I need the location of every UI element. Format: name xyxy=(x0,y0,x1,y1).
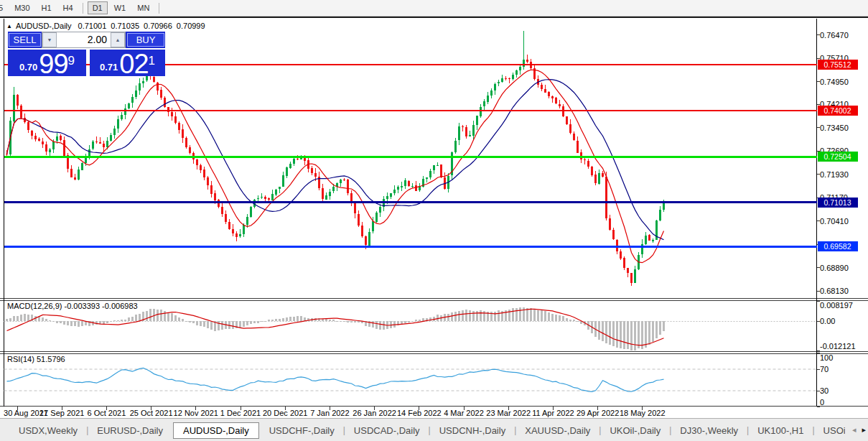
tab-scroll-left-icon[interactable]: ◂ xyxy=(852,424,857,435)
macd-axis-label: 0.00 xyxy=(820,317,835,325)
date-axis-label: 20 Dec 2021 xyxy=(263,409,307,417)
rsi-indicator-label: RSI(14) 51.5796 xyxy=(7,355,65,363)
price-axis-label: 0.70410 xyxy=(820,217,849,226)
buy-price-prefix: 0.71 xyxy=(100,62,118,73)
macd-name: MACD(12,26,9) xyxy=(7,302,62,310)
rsi-axis-label: 0 xyxy=(820,398,824,407)
buy-price-pipette: 1 xyxy=(149,55,155,67)
tab-ukoil-daily[interactable]: UKOil-,Daily xyxy=(601,422,669,439)
quote-low: 0.70966 xyxy=(144,22,172,30)
macd-indicator xyxy=(6,307,665,351)
tab-usdcad-daily[interactable]: USDCAD-,Daily xyxy=(345,422,429,439)
date-axis-label: 12 Nov 2021 xyxy=(174,409,218,417)
tab-xauusd-daily[interactable]: XAUUSD-,Daily xyxy=(516,422,599,439)
macd-axis-label: -0.012121 xyxy=(820,342,856,351)
quote-close: 0.70999 xyxy=(177,22,205,30)
horizontal-level-lines: 0.755120.740020.725040.710130.69582 xyxy=(4,60,858,252)
indicator-level-lines xyxy=(4,322,817,391)
date-axis-label: 25 Oct 2021 xyxy=(130,409,173,417)
date-axis-label: 4 Mar 2022 xyxy=(444,409,484,417)
tab-audusd-daily[interactable]: AUDUSD-,Daily xyxy=(173,422,259,439)
date-axis-label: 18 May 2022 xyxy=(620,409,666,417)
date-axis-label: 29 Apr 2022 xyxy=(577,409,619,417)
tab-scroll-right-icon[interactable]: ▸ xyxy=(862,424,866,435)
volume-input[interactable]: 2.00 xyxy=(57,32,111,47)
price-level-badge: 0.72504 xyxy=(824,152,851,161)
price-level-badge: 0.74002 xyxy=(824,106,851,115)
price-axis-label: 0.73450 xyxy=(820,124,849,132)
moving-averages xyxy=(7,70,664,262)
volume-increase-button[interactable]: ▲ xyxy=(111,32,125,47)
date-axis-label: 11 Apr 2022 xyxy=(532,409,574,417)
tab-uk100-h1[interactable]: UK100-,H1 xyxy=(749,422,812,439)
chart-header: ▲AUDUSD-,Daily0.710010.710350.709660.709… xyxy=(6,22,210,30)
buy-button[interactable]: BUY xyxy=(127,33,164,47)
one-click-trade-panel: SELL ▼ 2.00 ▲ BUY 0.70999 0.71021 xyxy=(8,32,165,76)
date-axis-label: 14 Feb 2022 xyxy=(397,409,442,417)
symbol-tabs: USDX,Weekly|EURUSD-,DailyAUDUSD-,DailyUS… xyxy=(0,419,845,441)
price-axis: 0.764700.757100.749500.742100.734500.726… xyxy=(817,31,849,296)
quote-high: 0.71035 xyxy=(111,22,139,30)
sell-price-prefix: 0.70 xyxy=(19,62,37,73)
date-axis-label: 23 Mar 2022 xyxy=(486,409,531,417)
quote-open: 0.71001 xyxy=(78,22,107,30)
price-level-badge: 0.71013 xyxy=(824,198,851,207)
price-axis-label: 0.74950 xyxy=(820,78,849,86)
rsi-indicator xyxy=(7,368,664,391)
trade-panel-top-row: SELL ▼ 2.00 ▲ BUY xyxy=(8,32,165,48)
sell-price-pipette: 9 xyxy=(68,55,75,67)
price-axis-label: 0.68130 xyxy=(820,287,849,295)
date-axis: 30 Aug 202117 Sep 20216 Oct 202125 Oct 2… xyxy=(4,407,666,417)
macd-indicator-label: MACD(12,26,9) -0.003393 -0.006983 xyxy=(7,302,138,310)
date-axis-label: 7 Jan 2022 xyxy=(310,409,349,417)
tab-usoil-daily[interactable]: USOil-,Daily xyxy=(815,422,845,439)
tab-usdx-weekly[interactable]: USDX,Weekly xyxy=(10,422,86,439)
rsi-name: RSI(14) xyxy=(7,355,34,363)
rsi-axis-label: 70 xyxy=(820,365,829,373)
price-axis-label: 0.71930 xyxy=(820,170,849,179)
date-axis-label: 17 Sep 2021 xyxy=(39,409,84,417)
price-level-badge: 0.75512 xyxy=(824,60,851,69)
tab-dj30-weekly[interactable]: DJ30-,Weekly xyxy=(671,422,747,439)
rsi-axis-label: 30 xyxy=(820,386,829,395)
sell-price-display[interactable]: 0.70999 xyxy=(8,50,86,76)
buy-price-display[interactable]: 0.71021 xyxy=(90,50,165,76)
date-axis-label: 1 Dec 2021 xyxy=(220,409,261,417)
date-axis-label: 6 Oct 2021 xyxy=(87,409,126,417)
buy-price-big-digits: 02 xyxy=(119,52,148,75)
tab-usdchf-daily[interactable]: USDCHF-,Daily xyxy=(261,422,343,439)
price-level-badge: 0.69582 xyxy=(824,242,851,251)
macd-axis: 0.0081970.00-0.012121 xyxy=(817,301,856,351)
rsi-axis: 10070300 xyxy=(817,353,834,407)
price-axis-label: 0.68890 xyxy=(820,264,849,272)
rsi-value: 51.5796 xyxy=(37,355,65,363)
sell-price-big-digits: 99 xyxy=(39,52,67,75)
tab-eurusd-daily[interactable]: EURUSD-,Daily xyxy=(88,422,172,439)
trading-terminal-window: 5M30H1H4D1W1MN 0.764700.757100.749500.74… xyxy=(0,0,868,441)
macd-axis-label: 0.008197 xyxy=(820,301,853,310)
volume-decrease-button[interactable]: ▼ xyxy=(42,32,57,47)
chart-symbol-title: AUDUSD-,Daily xyxy=(16,22,72,30)
symbol-tab-bar: USDX,Weekly|EURUSD-,DailyAUDUSD-,DailyUS… xyxy=(0,418,868,441)
date-axis-label: 26 Jan 2022 xyxy=(353,409,396,417)
macd-values: -0.003393 -0.006983 xyxy=(64,302,137,310)
collapse-panel-icon[interactable]: ▲ xyxy=(6,23,12,29)
tab-scroll-arrows: ◂ ▸ xyxy=(852,424,866,435)
volume-stepper: ▼ 2.00 ▲ xyxy=(42,32,126,48)
rsi-axis-label: 100 xyxy=(820,353,833,362)
sell-button[interactable]: SELL xyxy=(9,33,41,47)
price-axis-label: 0.76470 xyxy=(820,31,849,40)
tab-usdcnh-daily[interactable]: USDCNH-,Daily xyxy=(431,422,514,439)
